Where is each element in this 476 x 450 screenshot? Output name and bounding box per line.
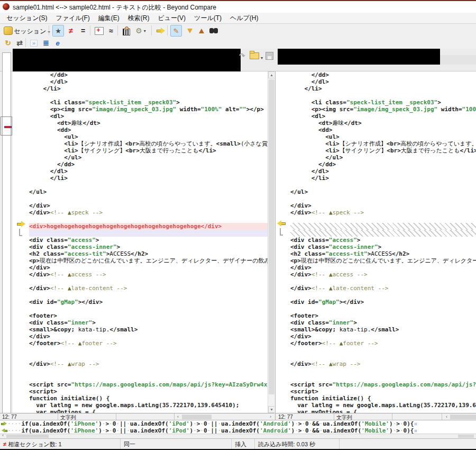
left-vertical-scrollbar[interactable]: ▴ ▾ <box>268 71 274 413</box>
code-line[interactable]: </ul> <box>290 154 476 161</box>
code-line[interactable] <box>29 230 268 237</box>
code-line[interactable] <box>290 367 476 374</box>
code-line[interactable]: <script> <box>29 388 268 395</box>
menu-item[interactable]: ファイル(F) <box>51 13 94 24</box>
code-line[interactable]: <dt>趣味</dt> <box>29 120 268 127</box>
code-line[interactable]: <p>現在は中野区のどこかに住んでいます。エンジニア、ディレクター、デザイナーの… <box>29 257 268 264</box>
code-line[interactable] <box>290 347 476 354</box>
menu-item[interactable]: 検索(R) <box>124 13 154 24</box>
scroll-right-button[interactable]: › <box>268 414 273 420</box>
menu-item[interactable]: ヘルプ(H) <box>226 13 263 24</box>
scroll-left-button[interactable]: ‹ <box>444 414 450 420</box>
code-line[interactable]: <footer> <box>29 312 268 319</box>
right-code-editor[interactable]: </dd> </dl> </li> <li class="speck-list_… <box>290 71 476 413</box>
right-file-pane[interactable]: </dd> </dl> </li> <li class="speck-list_… <box>275 71 476 413</box>
code-line[interactable] <box>290 278 476 285</box>
format-button[interactable]: ⚙▾ <box>133 25 149 37</box>
code-line[interactable]: </div> <box>290 202 476 209</box>
line-detail-pane[interactable]: ····if(ua.indexOf('iPhone')·>·0·||·ua.in… <box>0 420 476 434</box>
code-line[interactable]: </ul> <box>29 154 268 161</box>
code-line[interactable]: <dt>趣味</dt> <box>290 120 476 127</box>
code-line[interactable]: <div id="gMap"></div> <box>29 299 268 305</box>
menu-item[interactable]: セッション(S) <box>2 13 51 24</box>
code-line[interactable]: <li>【サイクリング】<br>大阪まで行ったことも</li> <box>29 147 268 154</box>
code-line[interactable]: <div id="gMap"></div> <box>290 299 476 305</box>
edit-mode-button[interactable]: ✎ <box>170 25 182 37</box>
minor-differences-button[interactable]: ≈ <box>105 25 117 37</box>
code-line[interactable] <box>29 354 268 361</box>
difference-line[interactable]: <div>hogehogehogehogehogehogehogehogehog… <box>29 223 268 230</box>
diff-map-strip[interactable] <box>2 52 11 413</box>
code-line[interactable]: </li> <box>290 85 476 92</box>
code-line[interactable]: <p><img src="image/img_speck_03.jpg" wid… <box>290 106 476 113</box>
scroll-up-button[interactable]: ▴ <box>268 71 274 78</box>
code-line[interactable]: <div class="inner"> <box>29 319 268 326</box>
code-line[interactable]: </div> <box>290 264 476 271</box>
code-line[interactable]: </div><!-- ▲speck --> <box>29 209 268 216</box>
code-line[interactable] <box>290 374 476 381</box>
code-line[interactable]: <script> <box>290 388 476 395</box>
code-line[interactable] <box>29 305 268 312</box>
code-line[interactable]: <div class="access-inner"> <box>29 244 268 250</box>
code-line[interactable]: </ul> <box>29 188 268 195</box>
show-same-button[interactable]: = <box>77 25 89 37</box>
code-line[interactable]: </dl> <box>29 78 268 85</box>
code-line[interactable]: var latlng = new google.maps.LatLng(35.7… <box>29 402 268 409</box>
menu-item[interactable]: ツール(T) <box>190 13 226 24</box>
code-line[interactable]: <dd> <box>290 127 476 133</box>
left-horizontal-scrollbar[interactable]: ‹ › <box>175 414 273 420</box>
show-all-button[interactable]: ★ <box>52 25 64 37</box>
code-line[interactable] <box>29 216 268 223</box>
code-line[interactable]: </div><!-- ▲access --> <box>290 271 476 278</box>
code-line[interactable]: function initialize() { <box>290 395 476 402</box>
code-line[interactable]: <ul> <box>290 133 476 140</box>
code-line[interactable]: </li> <box>29 85 268 92</box>
code-line[interactable]: </dd> <box>29 161 268 168</box>
code-line[interactable]: </div><!-- ▲speck --> <box>290 209 476 216</box>
code-line[interactable] <box>290 195 476 202</box>
left-gutter-copy-arrow-icon[interactable] <box>16 221 25 227</box>
code-line[interactable]: <footer> <box>290 312 476 319</box>
code-line[interactable]: <li>【サイクリング】<br>大阪まで行ったことも</li> <box>290 147 476 154</box>
code-line[interactable]: </div> <box>290 333 476 340</box>
code-line[interactable]: </div><!-- ▲late-content --> <box>29 285 268 292</box>
expand-sections-button[interactable]: » <box>28 38 40 48</box>
code-line[interactable]: </footer><!-- ▲footer --> <box>290 340 476 347</box>
next-difference-button[interactable] <box>184 25 196 37</box>
previous-difference-button[interactable] <box>196 25 207 37</box>
scroll-thumb[interactable] <box>450 415 476 419</box>
code-line[interactable]: <dl> <box>29 113 268 120</box>
code-line[interactable]: </li> <box>29 175 268 182</box>
find-button[interactable] <box>208 25 219 37</box>
code-line[interactable] <box>29 278 268 285</box>
right-horizontal-scrollbar[interactable]: ‹ <box>444 414 476 420</box>
code-line[interactable]: <dd> <box>29 127 268 133</box>
missing-line-placeholder[interactable] <box>290 230 476 237</box>
code-line[interactable] <box>290 182 476 188</box>
menu-item[interactable]: ビュー(V) <box>154 13 190 24</box>
code-line[interactable]: <script src="https://maps.googleapis.com… <box>290 381 476 388</box>
code-line[interactable]: <p>現在は中野区のどこかに住んでいます。エンジニア、ディレクター、デザイナー <box>290 257 476 264</box>
show-differences-button[interactable]: ≠ <box>65 25 77 37</box>
code-line[interactable]: <div class="access"> <box>290 237 476 244</box>
code-line[interactable]: <div class="access-inner"> <box>290 244 476 250</box>
copy-to-right-button[interactable] <box>154 25 166 37</box>
report-list-button[interactable]: ≣ <box>40 38 52 48</box>
save-button[interactable] <box>266 52 273 62</box>
code-line[interactable] <box>29 374 268 381</box>
session-dropdown[interactable]: セッション▾ <box>14 27 50 36</box>
code-line[interactable] <box>290 216 476 223</box>
code-line[interactable] <box>290 292 476 299</box>
code-line[interactable]: </div><!-- ▲access --> <box>29 271 268 278</box>
code-line[interactable]: <div class="inner"> <box>290 319 476 326</box>
scroll-down-button[interactable]: ▾ <box>268 406 274 413</box>
code-line[interactable]: </dl> <box>290 168 476 175</box>
code-line[interactable]: </dd> <box>29 71 268 78</box>
code-line[interactable] <box>29 347 268 354</box>
scroll-thumb[interactable] <box>182 415 212 419</box>
reload-button[interactable]: ⇄ <box>14 38 25 48</box>
code-line[interactable] <box>29 182 268 188</box>
left-code-editor[interactable]: </dd> </dl> </li> <li class="speck-list_… <box>29 71 268 413</box>
right-gutter-copy-arrow-icon[interactable] <box>277 220 286 227</box>
code-line[interactable]: <small>&copy; kata-tip.</small> <box>29 326 268 333</box>
